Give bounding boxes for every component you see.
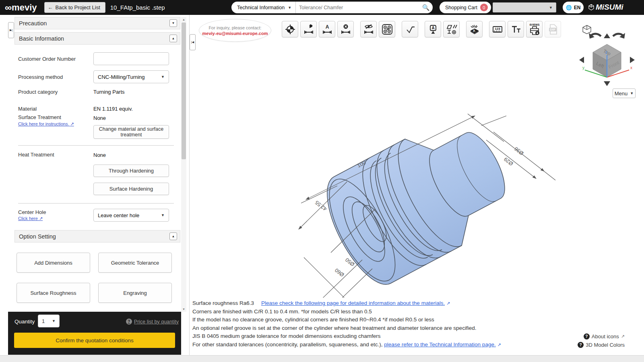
viewcube-home-icon[interactable]: [583, 25, 591, 34]
surface-instructions-link[interactable]: Click here for instructions. ↗: [18, 121, 74, 127]
meviy-logo[interactable]: ∞ meviy: [5, 2, 37, 13]
price-list-link[interactable]: ? Price list by quantity: [126, 319, 179, 325]
add-dimensions-button[interactable]: Add Dimensions: [17, 253, 90, 273]
horizontal-scrollbar-track[interactable]: [0, 355, 644, 362]
question-icon: ?: [126, 319, 132, 325]
option-setting-collapse-toggle[interactable]: ▲: [169, 232, 177, 240]
viewer-menu-button[interactable]: Menu ▼: [613, 88, 636, 98]
text-dimension-icon[interactable]: A: [319, 21, 335, 37]
surface-finish-icon[interactable]: [402, 21, 418, 37]
basic-info-collapse-toggle[interactable]: ▲: [169, 35, 177, 42]
surface-treatment-value: None: [93, 115, 106, 121]
search-category-select[interactable]: Technical Information ▼: [231, 2, 296, 13]
chevron-down-icon: ▼: [161, 213, 165, 217]
center-hole-label: Center Hole: [18, 209, 46, 215]
external-link-icon: ↗: [621, 334, 625, 339]
datum-target-icon[interactable]: [282, 21, 298, 37]
back-arrow-icon: ←: [48, 4, 53, 10]
surface-hardening-button[interactable]: Surface Hardening: [93, 183, 169, 195]
processing-method-select[interactable]: CNC-Milling/Turning ▼: [93, 70, 169, 83]
text-size-icon[interactable]: [508, 21, 524, 37]
delete-dimension-icon[interactable]: [337, 21, 354, 37]
center-hole-link[interactable]: Click here ↗: [18, 216, 43, 221]
section-precaution[interactable]: Precaution ▼: [14, 17, 180, 29]
product-category-value: Turning Parts: [93, 89, 125, 95]
materials-info-link[interactable]: Please check the following page for deta…: [261, 300, 445, 306]
technical-information-link[interactable]: please refer to the Technical Informatio…: [384, 341, 495, 348]
contact-info-bubble: For inquiry, please contact: meviy-eu@mi…: [199, 19, 271, 42]
sidebar-collapse-handle[interactable]: ▶|: [8, 22, 14, 38]
svg-text:x: x: [630, 66, 632, 70]
meviy-logo-icon: ∞: [5, 2, 11, 13]
surface-roughness-button[interactable]: Surface Roughness: [17, 283, 90, 303]
search-icon[interactable]: 🔍: [419, 2, 433, 13]
turned-part-3d-model[interactable]: [313, 106, 524, 294]
back-to-project-list-button[interactable]: ← Back to Project List: [44, 2, 105, 13]
globe-icon: 🌐: [566, 5, 572, 10]
svg-text:123: 123: [495, 27, 500, 31]
geometric-tolerance-button[interactable]: Geometric Tolerance: [98, 253, 172, 273]
through-hardening-button[interactable]: Through Hardening: [93, 165, 169, 177]
external-link-icon: ↗: [70, 121, 74, 126]
surface-treatment-label: Surface Treatment: [18, 114, 61, 120]
section-option-setting[interactable]: Option Setting ▲: [14, 230, 180, 243]
center-hole-select[interactable]: Leave center hole ▼: [93, 209, 169, 222]
material-value: EN 1.1191 equiv.: [93, 106, 133, 112]
scrollbar-down-arrow[interactable]: ▼: [181, 306, 186, 312]
svg-text:42.55: 42.55: [314, 200, 328, 212]
engraving-icon[interactable]: A: [466, 21, 483, 37]
hide-dimension-icon[interactable]: [360, 21, 377, 37]
model-toolbar: A A A 123 6VIEWS DXF: [282, 21, 561, 37]
section-basic-information[interactable]: Basic Information ▲: [14, 32, 180, 45]
standard-tolerances-note: For other standard tolerances (concentri…: [192, 341, 382, 348]
external-link-icon: ↗: [39, 216, 43, 221]
scrollbar-up-arrow[interactable]: ▲: [181, 17, 186, 22]
question-icon: ?: [584, 333, 590, 339]
measure-numbers-icon[interactable]: 123: [489, 21, 506, 37]
main-collapse-handle[interactable]: |◀: [190, 34, 196, 50]
model-colors-link[interactable]: ? 3D Model Colors: [578, 341, 625, 349]
dxf-download-icon: DXF: [545, 21, 561, 37]
scrollbar-thumb[interactable]: [182, 23, 186, 159]
shopping-cart-button[interactable]: Shopping Cart 0: [440, 2, 491, 13]
viewer-help-links: ? About icons ↗ ? 3D Model Colors: [578, 332, 625, 349]
quantity-select[interactable]: 1 ▼: [38, 315, 60, 327]
jis-tolerance-note: JIS B 0405 medium grade tolerance for mo…: [192, 332, 501, 341]
edit-dimension-icon[interactable]: [300, 21, 317, 37]
quantity-panel: Quantity 1 ▼ ? Price list by quantity Co…: [8, 312, 181, 355]
corners-note: Corners are finished with C/R 0.1 to 0.4…: [192, 308, 501, 316]
clearance-groove-note: If the model has no clearance groove, cy…: [192, 316, 501, 324]
confirm-quotation-button[interactable]: Confirm the quotation conditions: [14, 333, 175, 348]
engraving-button[interactable]: Engraving: [98, 283, 172, 303]
meviy-logo-text: meviy: [12, 2, 37, 13]
contact-email[interactable]: meviy-eu@misumi-europe.com: [202, 31, 268, 36]
pan-right-arrow[interactable]: [630, 57, 635, 63]
misumi-logo: MiSUMi: [588, 3, 623, 12]
six-views-download-icon[interactable]: 6VIEWS: [526, 21, 543, 37]
about-icons-link[interactable]: ? About icons ↗: [578, 332, 625, 341]
view-navigation-cluster: Top Left Front y x z: [566, 21, 640, 87]
change-material-button[interactable]: Change material and surface treatment: [93, 125, 169, 139]
settings-sidebar: ▶| Precaution ▼ Basic Information ▲ Cust…: [8, 17, 181, 312]
rotate-left-arrow[interactable]: [589, 33, 601, 39]
product-category-label: Product category: [18, 89, 58, 95]
precaution-expand-toggle[interactable]: ▼: [169, 19, 177, 27]
geometric-tolerance-icon[interactable]: [443, 21, 460, 37]
external-link-icon: ↗: [446, 301, 450, 306]
chevron-down-icon: ▼: [549, 6, 553, 10]
rotate-right-arrow[interactable]: [613, 33, 625, 39]
pan-left-arrow[interactable]: [579, 57, 584, 63]
header-dropdown[interactable]: ▼: [493, 2, 556, 12]
heat-treatment-label: Heat Treatment: [18, 152, 54, 158]
top-header-bar: ∞ meviy ← Back to Project List 10_FAtp_b…: [0, 0, 644, 15]
datum-symbol-icon[interactable]: A: [425, 21, 441, 37]
hole-group-icon[interactable]: [379, 21, 395, 37]
customer-order-input[interactable]: [93, 52, 169, 65]
search-input[interactable]: [296, 5, 419, 10]
tilt-down-arrow[interactable]: [604, 81, 610, 86]
language-button[interactable]: 🌐 EN: [563, 2, 584, 13]
heat-treatment-value: None: [93, 152, 106, 158]
sidebar-scrollbar[interactable]: ▲ ▼: [181, 17, 186, 312]
tilt-up-arrow[interactable]: [604, 33, 610, 38]
svg-text:y: y: [582, 66, 584, 70]
